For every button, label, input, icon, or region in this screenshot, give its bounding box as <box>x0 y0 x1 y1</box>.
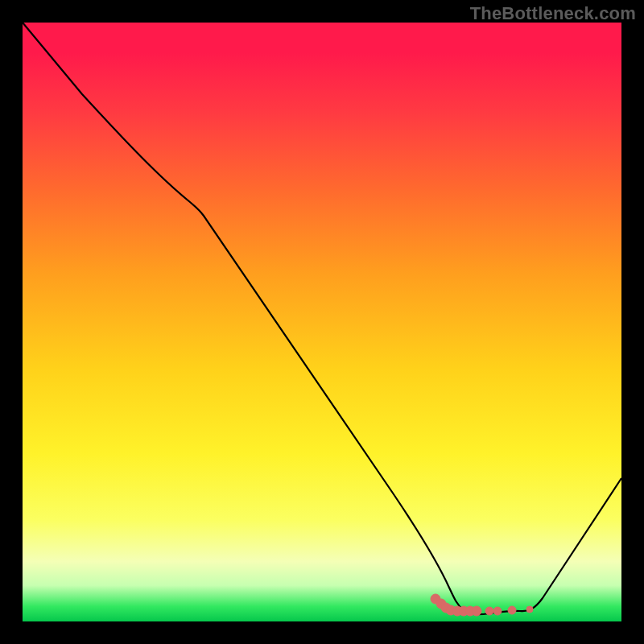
svg-point-10 <box>508 606 516 614</box>
selected-range-markers <box>431 594 533 616</box>
chart-svg <box>23 23 621 621</box>
plot-area <box>23 23 621 621</box>
watermark-text: TheBottleneck.com <box>470 3 636 24</box>
svg-point-11 <box>526 606 533 613</box>
svg-point-7 <box>472 606 481 616</box>
svg-point-9 <box>493 607 502 615</box>
bottleneck-curve-path <box>23 23 621 614</box>
svg-point-8 <box>485 607 493 615</box>
chart-frame: TheBottleneck.com <box>0 0 644 644</box>
